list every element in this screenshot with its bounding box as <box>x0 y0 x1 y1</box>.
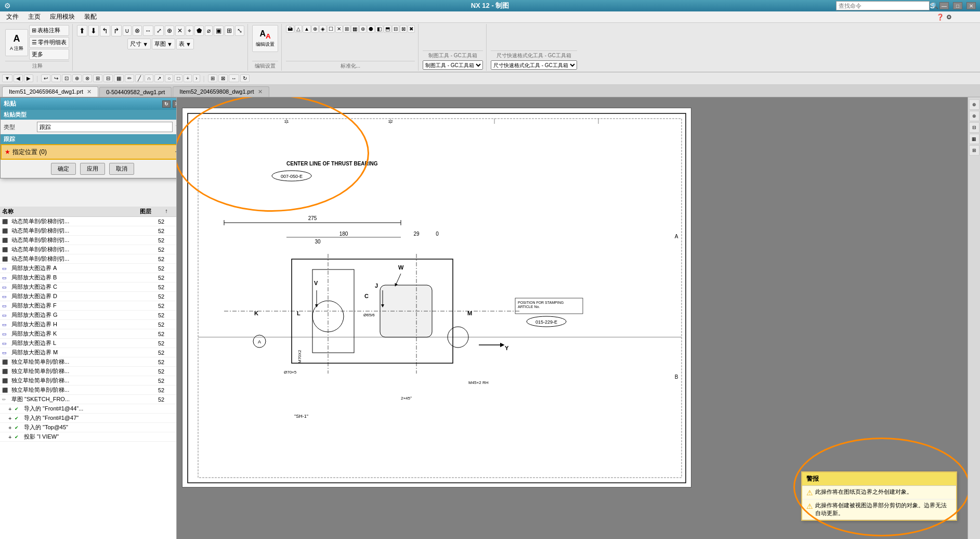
toolbar-btn-10[interactable]: ✕ <box>175 25 185 36</box>
list-item[interactable]: +✔投影 "I VIEW" <box>0 432 176 442</box>
dim-quick-dropdown[interactable]: 尺寸快速格式化工具 - GC工具箱 <box>491 60 577 70</box>
search-icon[interactable]: 🔍 <box>931 2 938 9</box>
maximize-button[interactable]: □ <box>953 2 962 9</box>
list-scroll[interactable]: ⬛动态简单剖/阶梯剖切...52⬛动态简单剖/阶梯剖切...52⬛动态简单剖/阶… <box>0 217 176 539</box>
doc-tab-0[interactable]: Item51_204659684_dwg1.prt ✕ <box>2 86 98 97</box>
tb2-dim[interactable]: ⊠ <box>218 74 228 82</box>
toolbar-btn-6[interactable]: ⊗ <box>133 25 142 36</box>
toolbar-btn-5[interactable]: ∪ <box>123 25 132 36</box>
std-btn-15[interactable]: ⊠ <box>400 25 407 33</box>
tb2-grid[interactable]: ⊟ <box>103 74 113 82</box>
help-icon[interactable]: ❓ <box>936 14 944 21</box>
col-num[interactable]: ↑ <box>159 208 174 215</box>
right-btn-5[interactable]: ⊞ <box>969 145 979 156</box>
list-item[interactable]: ⬛动态简单剖/阶梯剖切...52 <box>0 254 176 264</box>
toolbar-btn-2[interactable]: ⬇ <box>88 25 99 36</box>
tb2-arc[interactable]: ↗ <box>154 74 164 82</box>
dialog-close-icon[interactable]: ✕ <box>173 100 177 108</box>
settings-icon[interactable]: ⚙ <box>946 14 952 21</box>
list-item[interactable]: ▭局部放大图边界 H52 <box>0 320 176 329</box>
tb2-more[interactable]: › <box>193 74 200 82</box>
doc-tab-2-close[interactable]: ✕ <box>258 88 263 95</box>
list-item[interactable]: ▭局部放大图边界 D52 <box>0 292 176 301</box>
toolbar-btn-8[interactable]: ⤢ <box>154 25 164 36</box>
doc-tab-2[interactable]: Item52_204659808_dwg1.prt ✕ <box>173 86 269 97</box>
toolbar-btn-16[interactable]: ⤡ <box>235 25 244 36</box>
right-btn-4[interactable]: ▦ <box>969 134 979 144</box>
tb2-rect[interactable]: □ <box>174 74 182 82</box>
std-btn-2[interactable]: △ <box>295 25 302 33</box>
list-item[interactable]: ▭局部放大图边界 B52 <box>0 273 176 283</box>
tb2-cross[interactable]: + <box>184 74 192 82</box>
right-btn-2[interactable]: ⊗ <box>969 111 979 121</box>
list-item[interactable]: ⬛独立草绘简单剖/阶梯...52 <box>0 357 176 367</box>
list-item[interactable]: ▭局部放大图边界 A52 <box>0 264 176 273</box>
toolbar-btn-1[interactable]: ⬆ <box>77 25 87 36</box>
list-item[interactable]: ▭局部放大图边界 K52 <box>0 329 176 339</box>
tb2-snap[interactable]: ⊞ <box>93 74 102 82</box>
menu-assembly[interactable]: 装配 <box>80 11 101 22</box>
tb2-layer[interactable]: ▦ <box>114 74 124 82</box>
toolbar-btn-14[interactable]: ▣ <box>214 25 224 36</box>
tb2-line[interactable]: ╱ <box>135 74 143 82</box>
std-btn-13[interactable]: ⬒ <box>384 25 391 33</box>
search-input[interactable] <box>836 1 930 10</box>
tb2-fit[interactable]: ⊡ <box>62 74 71 82</box>
toolbar-btn-11[interactable]: ⌖ <box>186 25 193 36</box>
expand-icon[interactable]: + <box>8 415 15 421</box>
toolbar-btn-9[interactable]: ⊕ <box>165 25 174 36</box>
list-item[interactable]: +✔导入的 "Front#1@44"... <box>0 404 176 414</box>
apply-button[interactable]: 应用 <box>80 163 105 175</box>
toolbar-btn-13[interactable]: ⌀ <box>205 25 213 36</box>
list-item[interactable]: ✏草图 "SKETCH_FRO...52 <box>0 395 176 404</box>
menu-file[interactable]: 文件 <box>2 11 23 22</box>
list-item[interactable]: ▭局部放大图边界 G52 <box>0 311 176 320</box>
list-item[interactable]: ▭局部放大图边界 L52 <box>0 339 176 348</box>
list-item[interactable]: ⬛独立草绘简单剖/阶梯...52 <box>0 376 176 386</box>
toolbar-btn-15[interactable]: ⊞ <box>225 25 234 36</box>
annotation-button[interactable]: A A 注释 <box>5 29 28 56</box>
std-btn-10[interactable]: ⊛ <box>359 25 367 33</box>
expand-icon[interactable]: + <box>8 406 15 412</box>
std-btn-12[interactable]: ◧ <box>375 25 383 33</box>
table-annotation-button[interactable]: ⊞ 表格注释 <box>29 25 69 36</box>
std-btn-5[interactable]: ◈ <box>319 25 326 33</box>
std-btn-1[interactable]: 🏔 <box>286 25 294 33</box>
std-btn-8[interactable]: ⊞ <box>343 25 350 33</box>
list-item[interactable]: +✔导入的 "Top@45" <box>0 423 176 432</box>
tb2-circle[interactable]: ○ <box>165 74 173 82</box>
right-btn-3[interactable]: ⊟ <box>969 122 979 133</box>
more-annotation-button[interactable]: 更多 <box>29 49 69 60</box>
toolbar-btn-3[interactable]: ↰ <box>100 25 110 36</box>
list-item[interactable]: ▭局部放大图边界 F52 <box>0 301 176 311</box>
tb2-zoom-in[interactable]: ⊕ <box>72 74 82 82</box>
std-btn-14[interactable]: ⊟ <box>392 25 399 33</box>
sketch-dropdown[interactable]: 草图 ▼ <box>152 38 175 49</box>
minimize-button[interactable]: — <box>939 2 949 9</box>
list-item[interactable]: +✔导入的 "Front#1@47" <box>0 414 176 423</box>
tb2-back[interactable]: ◀ <box>14 74 23 82</box>
ok-button[interactable]: 确定 <box>51 163 76 175</box>
table-dropdown[interactable]: 表 ▼ <box>176 38 194 49</box>
tb2-zoom-out[interactable]: ⊗ <box>83 74 92 82</box>
dialog-refresh-icon[interactable]: ↻ <box>162 100 171 108</box>
tb2-pen[interactable]: ✏ <box>125 74 134 82</box>
edit-settings-button[interactable]: AA 编辑设置 <box>252 25 278 52</box>
doc-tab-0-close[interactable]: ✕ <box>87 88 92 95</box>
tb2-refresh[interactable]: ↻ <box>240 74 250 82</box>
tb2-redo[interactable]: ↪ <box>51 74 61 82</box>
tb2-scale[interactable]: ↔ <box>229 74 239 82</box>
std-btn-11[interactable]: ⬣ <box>367 25 375 33</box>
toolbar-btn-12[interactable]: ⬟ <box>194 25 204 36</box>
gc-dropdown[interactable]: 制图工具 - GC工具箱 <box>423 60 483 70</box>
list-item[interactable]: ⬛独立草绘简单剖/阶梯...52 <box>0 386 176 395</box>
std-btn-4[interactable]: ⊕ <box>311 25 319 33</box>
tb2-undo[interactable]: ↩ <box>41 74 50 82</box>
tb2-view[interactable]: ⊞ <box>208 74 217 82</box>
expand-icon[interactable]: + <box>8 425 15 431</box>
list-item[interactable]: ⬛独立草绘简单剖/阶梯...52 <box>0 367 176 376</box>
right-btn-1[interactable]: ⊕ <box>969 99 979 110</box>
tb2-dropdown[interactable]: ▼ <box>2 74 12 82</box>
close-button[interactable]: ✕ <box>966 2 976 9</box>
std-btn-6[interactable]: ☐ <box>327 25 335 33</box>
